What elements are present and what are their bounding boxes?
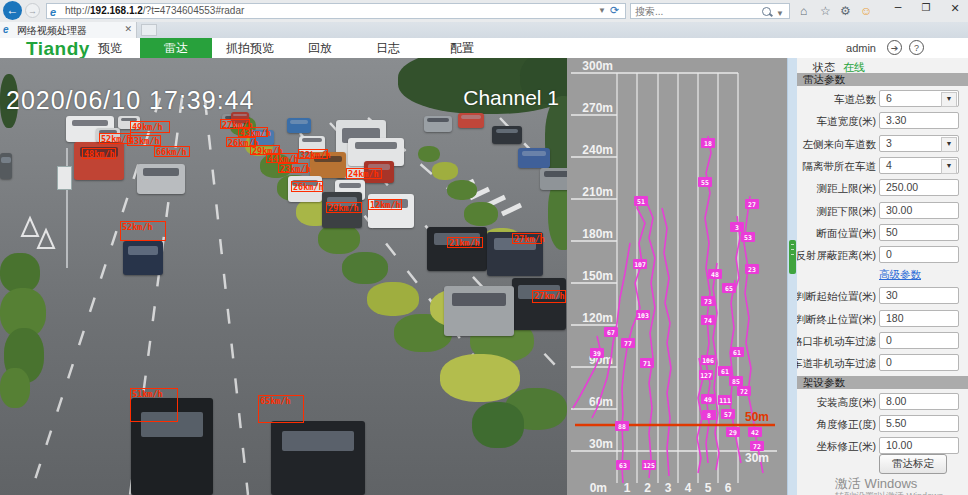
speed-label: 48km/h <box>84 149 115 159</box>
param-input[interactable]: 10.00 <box>879 437 959 454</box>
target-id-marker: 106 <box>702 357 714 365</box>
radar-params-panel: 状态在线 雷达参数车道总数6▼车道宽度(米)3.30左侧来向车道数3▼隔离带所在… <box>797 58 968 495</box>
param-label: 行车道非机动车过滤 <box>797 357 876 371</box>
param-select[interactable]: 3▼ <box>879 135 959 152</box>
target-id-marker: 85 <box>732 378 740 386</box>
target-id-marker: 111 <box>719 397 731 405</box>
search-dropdown-icon[interactable]: ▼ <box>776 9 784 18</box>
target-id-marker: 72 <box>753 443 761 451</box>
param-label: 隔离带所在车道 <box>803 160 877 174</box>
lane-number-label: 6 <box>725 481 732 495</box>
target-id-marker: 51 <box>637 198 645 206</box>
home-icon[interactable]: ⌂ <box>800 4 807 18</box>
param-row: 角度修正(度)5.50 <box>797 415 968 435</box>
splitter-handle[interactable] <box>789 240 796 274</box>
speed-label: 52km/h <box>101 134 132 144</box>
back-button[interactable]: ← <box>3 1 22 20</box>
browser-tab[interactable]: e 网络视频处理器 ✕ <box>0 22 137 38</box>
forward-button[interactable]: → <box>25 3 40 18</box>
param-input[interactable]: 50 <box>879 224 959 241</box>
target-id-marker: 3 <box>735 224 739 232</box>
search-icon[interactable] <box>762 7 771 16</box>
channel-label: Channel 1 <box>463 86 559 110</box>
radar-calibrate-button[interactable]: 雷达标定 <box>879 454 947 474</box>
param-label: 车道总数 <box>834 93 876 107</box>
speed-detection-box: 49km/h <box>130 121 170 133</box>
help-icon[interactable]: ? <box>909 40 924 55</box>
radar-plot-panel[interactable]: 300m270m240m210m180m150m120m90m60m30m50m… <box>567 58 787 495</box>
window-minimize-button[interactable]: – <box>886 0 910 18</box>
target-id-marker: 72 <box>740 388 748 396</box>
param-label: 车道宽度(米) <box>817 115 877 129</box>
param-input[interactable]: 30 <box>879 287 959 304</box>
speed-detection-box: 44km/h <box>266 153 298 163</box>
speed-label: 32km/h <box>300 150 331 160</box>
target-id-marker: 29 <box>729 429 737 437</box>
target-id-marker: 63 <box>619 462 627 470</box>
section-header-雷达参数: 雷达参数 <box>797 73 968 86</box>
nav-tab-配置[interactable]: 配置 <box>424 38 500 58</box>
speed-detection-box: 27km/h <box>512 233 542 244</box>
window-maximize-button[interactable]: ❐ <box>914 2 938 20</box>
panel-splitter[interactable] <box>787 58 797 495</box>
param-input[interactable]: 0 <box>879 332 959 349</box>
chevron-down-icon[interactable]: ▼ <box>941 92 957 107</box>
window-close-button[interactable]: ✕ <box>944 2 966 20</box>
speed-detection-box: 27km/h <box>532 290 566 303</box>
param-row: 测距上限(米)250.00 <box>797 179 968 199</box>
feedback-smiley-icon[interactable]: ☺ <box>860 4 872 18</box>
param-select[interactable]: 4▼ <box>879 157 959 174</box>
speed-label: 12km/h <box>370 200 401 210</box>
distance-tick-label: 240m <box>582 143 613 157</box>
param-input[interactable]: 30.00 <box>879 202 959 219</box>
url-path: /?t=4734604553#radar <box>143 5 244 16</box>
nav-tab-雷达[interactable]: 雷达 <box>140 38 212 58</box>
nav-tab-抓拍预览[interactable]: 抓拍预览 <box>212 38 288 58</box>
refresh-icon[interactable]: ⟳ <box>610 4 619 17</box>
radar-plot-svg: 300m270m240m210m180m150m120m90m60m30m50m… <box>567 58 787 495</box>
param-input[interactable]: 250.00 <box>879 179 959 196</box>
target-id-marker: 107 <box>634 261 646 269</box>
param-row: 测距下限(米)30.00 <box>797 202 968 222</box>
param-input[interactable]: 5.50 <box>879 415 959 432</box>
target-id-marker: 103 <box>637 312 649 320</box>
url-host: 192.168.1.2 <box>90 5 143 16</box>
gear-settings-icon[interactable]: ⚙ <box>840 4 851 18</box>
nav-tab-回放[interactable]: 回放 <box>288 38 352 58</box>
chevron-down-icon[interactable]: ▼ <box>941 137 957 152</box>
lane-number-label: 2 <box>644 481 651 495</box>
tab-title: 网络视频处理器 <box>17 24 87 38</box>
new-tab-button[interactable] <box>141 24 157 36</box>
speed-detection-box: 43km/h <box>238 127 268 137</box>
distance-tick-label: 30m <box>589 437 613 451</box>
speed-label: 66km/h <box>156 147 187 157</box>
nav-tab-预览[interactable]: 预览 <box>80 38 140 58</box>
speed-label: 43km/h <box>129 136 160 146</box>
search-box[interactable]: ▼ <box>630 3 790 19</box>
param-label: 路口非机动车过滤 <box>797 335 876 349</box>
param-input[interactable]: 3.30 <box>879 112 959 129</box>
video-timestamp: 2020/06/10 17:39:44 <box>6 86 254 115</box>
tab-favicon: e <box>3 24 9 35</box>
tab-close-icon[interactable]: ✕ <box>124 24 132 34</box>
logout-icon[interactable]: ➔ <box>887 40 902 55</box>
search-input[interactable] <box>633 4 757 19</box>
advanced-params-link[interactable]: 高级参数 <box>879 268 921 282</box>
address-bar[interactable]: ehttp://192.168.1.2/?t=4734604553#radar <box>46 3 626 19</box>
video-panel[interactable]: 52km/h51km/h65km/h24km/h29km/h12km/h21km… <box>0 58 567 495</box>
param-row: 车道宽度(米)3.30 <box>797 112 968 132</box>
param-input[interactable]: 180 <box>879 310 959 327</box>
address-dropdown-icon[interactable]: ▼ <box>598 6 606 15</box>
target-id-marker: 65 <box>725 285 733 293</box>
param-row: 反射屏蔽距离(米)0 <box>797 246 968 266</box>
star-favorites-icon[interactable]: ☆ <box>820 4 831 18</box>
nav-tab-日志[interactable]: 日志 <box>352 38 424 58</box>
param-input[interactable]: 8.00 <box>879 393 959 410</box>
param-label: 角度修正(度) <box>817 418 877 432</box>
section-header-架设参数: 架设参数 <box>797 376 968 389</box>
param-input[interactable]: 0 <box>879 246 959 263</box>
param-input[interactable]: 0 <box>879 354 959 371</box>
detection-overlays: 52km/h51km/h65km/h24km/h29km/h12km/h21km… <box>0 58 567 495</box>
chevron-down-icon[interactable]: ▼ <box>941 159 957 174</box>
param-select[interactable]: 6▼ <box>879 90 959 107</box>
